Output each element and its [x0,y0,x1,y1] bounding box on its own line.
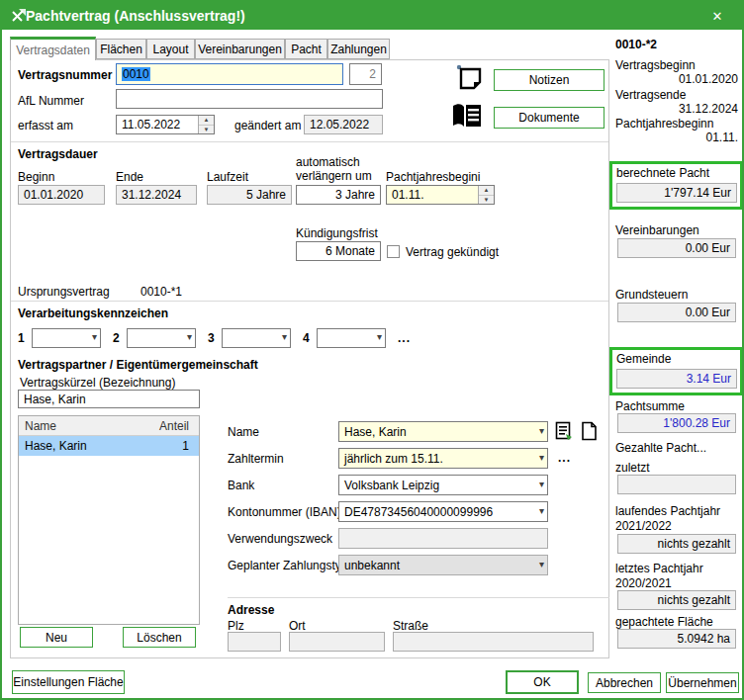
zahltermin-more-button[interactable]: ... [558,451,571,465]
vk-more-button[interactable]: ... [398,331,411,345]
vk-dropdown-1[interactable]: ▾ [32,328,101,348]
chevron-down-icon: ▾ [539,426,544,436]
kuendigungsfrist-input[interactable]: 6 Monate [296,241,381,261]
neu-button[interactable]: Neu [20,627,93,648]
zuletzt-label: zuletzt [615,461,650,475]
verarbeitungskennzeichen-heading: Verarbeitungskennzeichen [18,306,168,320]
loeschen-button[interactable]: Löschen [123,627,196,648]
vertrag-gekuendigt-checkbox[interactable] [387,245,400,258]
dokumente-button[interactable]: Dokumente [494,107,604,129]
letztes-pachtjahr-year: 2020/2021 [615,576,672,590]
laufendes-pachtjahr-label: laufendes Pachtjahr [615,504,720,518]
spin-down-icon[interactable]: ▼ [199,126,214,134]
zahltermin-dropdown[interactable]: jährlich zum 15.11. ▾ [338,448,548,469]
pachtjahr-spinner[interactable]: ▲ ▼ [478,186,494,204]
pachtjahresbeginn-input[interactable]: 01.11. ▲ ▼ [386,185,495,205]
app-icon [10,8,27,25]
chevron-down-icon: ▾ [539,453,544,463]
vk-dropdown-3[interactable]: ▾ [222,328,291,348]
vertragsbeginn-label: Vertragsbeginn [615,58,696,72]
ursprungsvertrag-value: 0010-*1 [140,285,182,299]
ort-input[interactable] [289,632,385,652]
ende-label: Ende [116,170,143,184]
table-row[interactable]: Hase, Karin 1 [19,436,199,456]
tab-pacht[interactable]: Pacht [285,39,327,59]
ort-label: Ort [289,619,306,633]
chevron-down-icon: ▾ [377,332,382,342]
column-anteil: Anteil [159,419,199,433]
berechnete-pacht-label: berechnete Pacht [616,166,709,180]
beginn-value: 01.01.2020 [18,185,105,205]
spin-up-icon[interactable]: ▲ [479,186,494,196]
vertragsbeginn-value: 01.01.2020 [615,72,738,86]
zahlungstyp-label: Geplanter Zahlungstyp [228,559,347,572]
verlaengern-label-1: automatisch [296,155,360,169]
einstellungen-flaeche-button[interactable]: Einstellungen Fläche [12,670,125,694]
tab-zahlungen[interactable]: Zahlungen [327,39,390,59]
letztes-pachtjahr-label: letztes Pachtjahr [615,562,703,575]
vereinbarungen-value: 0.00 Eur [617,238,736,258]
name-dropdown[interactable]: Hase, Karin ▾ [338,421,548,442]
vertragsnummer-input[interactable]: 0010 [116,63,343,85]
verwendungszweck-input[interactable] [338,528,548,549]
sidebar-contract-id: 0010-*2 [615,38,657,51]
date-spinner[interactable]: ▲ ▼ [198,116,214,133]
chevron-down-icon: ▾ [187,332,192,342]
notizen-button[interactable]: Notizen [494,69,604,91]
ende-value: 31.12.2024 [116,185,197,205]
laufendes-pachtjahr-year: 2021/2022 [615,519,672,533]
grundsteuern-label: Grundsteuern [615,288,688,302]
chevron-down-icon: ▾ [539,506,544,516]
chevron-down-icon: ▾ [92,332,97,342]
plz-label: Plz [228,619,244,633]
vk-num-3: 3 [208,331,215,345]
gepachtete-flaeche-value: 5.0942 ha [617,629,736,649]
document-lines-icon[interactable] [555,421,573,441]
spin-down-icon[interactable]: ▼ [479,196,494,205]
beginn-label: Beginn [18,170,54,184]
laufzeit-label: Laufzeit [207,170,248,184]
plz-input[interactable] [228,632,281,652]
abbrechen-button[interactable]: Abbrechen [588,672,661,693]
tab-vereinbarungen[interactable]: Vereinbarungen [195,39,285,59]
partner-table: Name Anteil Hase, Karin 1 [18,415,200,625]
pachtsumme-label: Pachtsumme [615,399,685,413]
spin-up-icon[interactable]: ▲ [199,116,214,126]
strasse-input[interactable] [393,632,594,652]
iban-dropdown[interactable]: DE47873456040000099996 ▾ [338,501,548,522]
blank-page-icon[interactable] [581,421,598,441]
tab-vertragsdaten[interactable]: Vertragsdaten [10,37,96,60]
chevron-down-icon: ▾ [539,480,544,489]
vk-dropdown-4[interactable]: ▾ [317,328,386,348]
ok-button[interactable]: OK [506,670,579,694]
verwendungszweck-label: Verwendungszweck [228,532,332,546]
column-name: Name [19,419,159,433]
afl-nummer-input[interactable] [116,89,383,109]
erfasst-am-label: erfasst am [18,119,73,132]
gemeinde-label: Gemeinde [616,352,671,366]
window-title: Pachtvertrag (Anschlussvertrag!) [26,8,245,24]
zahlungstyp-dropdown[interactable]: unbekannt ▾ [338,555,548,575]
tab-layout[interactable]: Layout [146,39,195,59]
bank-dropdown[interactable]: Volksbank Leipzig ▾ [338,475,548,495]
tab-flaechen[interactable]: Flächen [96,39,146,59]
name-label: Name [228,425,259,439]
vk-dropdown-2[interactable]: ▾ [127,328,196,348]
uebernehmen-button[interactable]: Übernehmen [666,672,739,693]
verlaengern-input[interactable]: 3 Jahre [296,185,381,205]
bank-label: Bank [228,479,254,492]
pachtvertrag-dialog: Pachtvertrag (Anschlussvertrag!) ✕ Vertr… [0,0,744,700]
vk-num-4: 4 [303,331,310,345]
close-icon[interactable]: ✕ [704,6,730,26]
vertragskuerzel-input[interactable]: Hase, Karin [18,390,200,408]
geaendert-am-value: 12.05.2022 [304,115,383,134]
vertrag-gekuendigt-label: Vertrag gekündigt [406,245,499,259]
pachtjahresbeginn-label: Pachtjahresbegini [386,170,480,184]
laufzeit-value: 5 Jahre [207,185,292,205]
title-bar: Pachtvertrag (Anschlussvertrag!) [2,2,742,30]
vertragspartner-heading: Vertragspartner / Eigentümergemeinschaft [18,358,258,372]
sidebar-pachtjahresbeginn-label: Pachtjahresbeginn [615,117,713,131]
erfasst-am-input[interactable]: 11.05.2022 ▲ ▼ [116,115,215,134]
selected-text: 0010 [122,67,150,81]
ursprungsvertrag-label: Ursprungsvertrag [18,285,110,299]
